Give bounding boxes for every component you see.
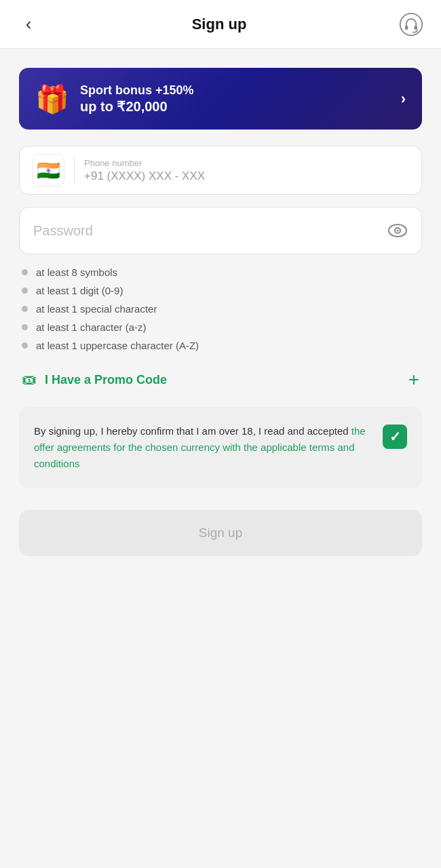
main-content: 🎁 Sport bonus +150% up to ₹20,000 › 🇮🇳 P… (0, 49, 441, 583)
bonus-text-main: Sport bonus +150% (80, 83, 194, 98)
password-placeholder: Password (33, 223, 93, 239)
phone-divider (74, 157, 75, 184)
terms-checkbox[interactable]: ✓ (383, 425, 407, 449)
headset-icon (399, 12, 423, 37)
phone-placeholder: +91 (XXXX) XXX - XXX (84, 170, 409, 183)
signup-label: Sign up (199, 526, 242, 540)
rule-dot (22, 342, 28, 349)
promo-label: I Have a Promo Code (45, 373, 167, 387)
flag-icon: 🇮🇳 (37, 159, 60, 182)
password-rules: at least 8 symbols at least 1 digit (0-9… (19, 267, 422, 351)
rule-dot (22, 269, 28, 275)
rule-dot (22, 306, 28, 312)
svg-rect-1 (405, 25, 408, 29)
svg-point-5 (397, 230, 399, 232)
phone-label: Phone number (84, 158, 409, 168)
page-title: Sign up (192, 16, 247, 33)
show-password-button[interactable] (387, 220, 408, 241)
rule-item: at least 1 digit (0-9) (22, 285, 419, 296)
promo-code-row: 🎟 I Have a Promo Code + (19, 369, 422, 391)
rule-dot (22, 324, 28, 330)
phone-input-area: Phone number +91 (XXXX) XXX - XXX (84, 158, 409, 183)
rule-text: at least 1 character (a-z) (36, 321, 147, 333)
bonus-text-sub: up to ₹20,000 (80, 98, 194, 115)
checkmark-icon: ✓ (389, 429, 401, 445)
svg-rect-2 (415, 25, 418, 29)
terms-text-before: By signing up, I hereby confirm that I a… (34, 425, 351, 437)
back-icon: ‹ (26, 14, 32, 35)
promo-code-button[interactable]: 🎟 I Have a Promo Code (22, 371, 167, 389)
password-field[interactable]: Password (19, 207, 422, 254)
bonus-text-block: Sport bonus +150% up to ₹20,000 (80, 83, 194, 115)
bonus-banner[interactable]: 🎁 Sport bonus +150% up to ₹20,000 › (19, 68, 422, 130)
rule-text: at least 1 special character (36, 303, 157, 315)
back-button[interactable]: ‹ (16, 12, 41, 37)
eye-icon (388, 224, 407, 237)
rule-text: at least 1 uppercase character (A-Z) (36, 340, 199, 351)
rule-item: at least 1 special character (22, 303, 419, 315)
header: ‹ Sign up (0, 0, 441, 49)
terms-box: By signing up, I hereby confirm that I a… (19, 407, 422, 488)
gift-icon: 🎁 (35, 85, 69, 113)
signup-button[interactable]: Sign up (19, 510, 422, 556)
svg-point-0 (400, 13, 422, 35)
rule-dot (22, 288, 28, 294)
bonus-left: 🎁 Sport bonus +150% up to ₹20,000 (35, 83, 194, 115)
rule-text: at least 1 digit (0-9) (36, 285, 123, 296)
banner-arrow: › (401, 90, 406, 108)
promo-icon: 🎟 (22, 371, 37, 389)
rule-item: at least 8 symbols (22, 267, 419, 278)
rule-text: at least 8 symbols (36, 267, 117, 278)
phone-field[interactable]: 🇮🇳 Phone number +91 (XXXX) XXX - XXX (19, 146, 422, 195)
rule-item: at least 1 character (a-z) (22, 321, 419, 333)
rule-item: at least 1 uppercase character (A-Z) (22, 340, 419, 351)
support-button[interactable] (398, 11, 425, 38)
terms-text: By signing up, I hereby confirm that I a… (34, 423, 370, 472)
country-selector[interactable]: 🇮🇳 (32, 154, 64, 186)
promo-plus-button[interactable]: + (408, 369, 419, 391)
